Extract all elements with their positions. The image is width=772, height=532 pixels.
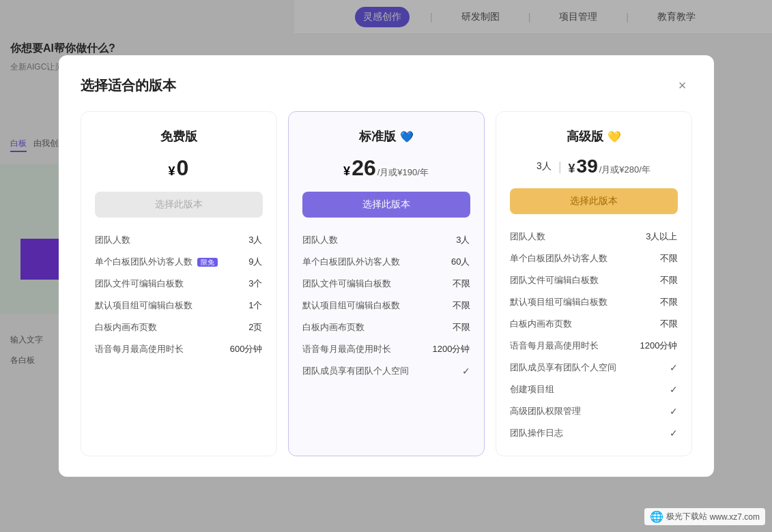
- premium-price-symbol: ¥: [569, 162, 575, 176]
- feature-row: 团队文件可编辑白板数 不限: [302, 278, 470, 290]
- modal-title: 选择适合的版本: [81, 76, 176, 95]
- plan-card-standard: 标准版 💙 ¥ 26 /月或¥190/年 选择此版本 团队人数 3人 单个白板团…: [288, 111, 485, 456]
- plan-price-premium: ¥ 39 /月或¥280/年: [569, 156, 651, 177]
- plans-grid: 免费版 ¥ 0 选择此版本 团队人数 3人 单个白板团队外访客人数 限免 9: [81, 111, 692, 456]
- feature-row: 团队人数 3人: [302, 234, 470, 246]
- feature-row: 默认项目组可编辑白板数 不限: [510, 296, 678, 308]
- feature-row: 默认项目组可编辑白板数 1个: [95, 299, 263, 312]
- standard-heart-icon: 💙: [400, 130, 414, 143]
- plan-card-premium: 高级版 💛 3人 | ¥ 39 /月或¥280/年 选择此版本 团队人数: [496, 111, 692, 456]
- feature-row: 默认项目组可编辑白板数 不限: [302, 299, 470, 312]
- modal-header: 选择适合的版本 ×: [81, 76, 692, 95]
- standard-price-detail: /月或¥190/年: [377, 166, 429, 179]
- premium-heart-icon: 💛: [607, 130, 621, 143]
- feature-row: 单个白板团队外访客人数 限免 9人: [95, 256, 263, 268]
- pricing-modal: 选择适合的版本 × 免费版 ¥ 0 选择此版本 团队人数 3人 单个: [59, 55, 714, 477]
- free-price-symbol: ¥: [169, 164, 175, 179]
- premium-feature-list: 团队人数 3人以上 单个白板团队外访客人数 不限 团队文件可编辑白板数 不限 默…: [510, 231, 678, 439]
- feature-row: 语音每月最高使用时长 1200分钟: [510, 340, 678, 352]
- close-button[interactable]: ×: [673, 76, 692, 95]
- standard-feature-list: 团队人数 3人 单个白板团队外访客人数 60人 团队文件可编辑白板数 不限 默认…: [302, 234, 470, 377]
- watermark-text: 极光下载站: [666, 511, 707, 522]
- feature-row: 创建项目组 ✓: [510, 383, 678, 396]
- plan-name-standard: 标准版 💙: [302, 128, 470, 145]
- members-divider: |: [558, 160, 562, 174]
- plan-name-premium: 高级版 💛: [510, 128, 678, 145]
- feature-row: 团队文件可编辑白板数 不限: [510, 274, 678, 286]
- standard-select-button[interactable]: 选择此版本: [302, 192, 470, 218]
- feature-row: 高级团队权限管理 ✓: [510, 405, 678, 417]
- watermark: 🌐 极光下载站 www.xz7.com: [644, 508, 765, 525]
- feature-row: 团队文件可编辑白板数 3个: [95, 278, 263, 290]
- feature-row: 白板内画布页数 2页: [95, 321, 263, 334]
- feature-row: 语音每月最高使用时长 1200分钟: [302, 343, 470, 355]
- feature-row: 团队操作日志 ✓: [510, 427, 678, 439]
- feature-row: 白板内画布页数 不限: [510, 318, 678, 330]
- watermark-url: www.xz7.com: [710, 512, 760, 522]
- free-badge: 限免: [197, 258, 218, 267]
- standard-price-symbol: ¥: [343, 164, 350, 179]
- feature-row: 团队人数 3人以上: [510, 231, 678, 243]
- feature-row: 白板内画布页数 不限: [302, 321, 470, 334]
- feature-row: 单个白板团队外访客人数 不限: [510, 252, 678, 265]
- standard-price-main: 26: [352, 156, 376, 181]
- premium-select-button[interactable]: 选择此版本: [510, 188, 678, 214]
- premium-price-detail: /月或¥280/年: [599, 164, 651, 176]
- feature-row: 语音每月最高使用时长 600分钟: [95, 343, 263, 355]
- feature-row: 团队成员享有团队个人空间 ✓: [510, 361, 678, 374]
- feature-row: 团队人数 3人: [95, 234, 263, 246]
- members-count: 3人: [537, 160, 552, 173]
- plan-price-standard: ¥ 26 /月或¥190/年: [302, 156, 470, 181]
- feature-row: 单个白板团队外访客人数 60人: [302, 256, 470, 268]
- premium-price-main: 39: [577, 156, 598, 177]
- free-select-button[interactable]: 选择此版本: [95, 192, 263, 218]
- watermark-icon: 🌐: [650, 510, 663, 523]
- free-price-main: 0: [177, 156, 189, 181]
- plan-name-free: 免费版: [95, 128, 263, 145]
- plan-card-free: 免费版 ¥ 0 选择此版本 团队人数 3人 单个白板团队外访客人数 限免 9: [81, 111, 277, 456]
- free-feature-list: 团队人数 3人 单个白板团队外访客人数 限免 9人 团队文件可编辑白板数 3个 …: [95, 234, 263, 355]
- plan-price-free: ¥ 0: [95, 156, 263, 181]
- plan-members: 3人 | ¥ 39 /月或¥280/年: [510, 156, 678, 177]
- feature-row: 团队成员享有团队个人空间 ✓: [302, 365, 470, 377]
